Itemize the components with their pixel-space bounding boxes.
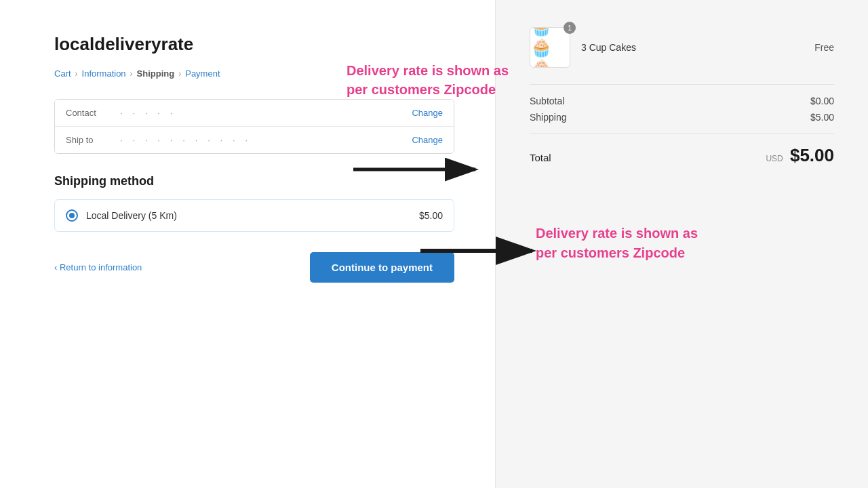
breadcrumb-shipping[interactable]: Shipping — [137, 68, 175, 79]
store-title: localdeliveryrate — [54, 34, 454, 55]
contact-change[interactable]: Change — [412, 108, 443, 118]
contact-label: Contact — [66, 108, 120, 118]
ship-to-label: Ship to — [66, 135, 120, 145]
breadcrumb: Cart › Information › Shipping › Payment — [54, 68, 454, 79]
shipping-option[interactable]: Local Delivery (5 Km) $5.00 — [54, 199, 454, 232]
radio-dot-inner — [69, 213, 75, 218]
subtotal-row: Subtotal $0.00 — [530, 96, 834, 106]
subtotal-value: $0.00 — [810, 96, 834, 106]
divider-2 — [530, 134, 834, 134]
ship-to-change[interactable]: Change — [412, 135, 443, 145]
product-price: Free — [814, 42, 834, 53]
right-panel: 🧁🧁🧁 1 3 Cup Cakes Free Subtotal $0.00 Sh… — [495, 0, 868, 488]
divider-1 — [530, 84, 834, 85]
breadcrumb-sep-2: › — [130, 69, 133, 79]
product-image: 🧁🧁🧁 — [530, 27, 570, 68]
total-row: Total USD $5.00 — [530, 145, 834, 166]
shipping-option-price: $5.00 — [419, 210, 443, 221]
return-to-information-link[interactable]: Return to information — [54, 262, 142, 272]
info-box: Contact · · · · · Change Ship to · · · ·… — [54, 99, 454, 154]
breadcrumb-sep-1: › — [75, 69, 78, 79]
breadcrumb-sep-3: › — [178, 69, 181, 79]
contact-row: Contact · · · · · Change — [55, 100, 454, 126]
product-image-wrap: 🧁🧁🧁 1 — [530, 27, 570, 68]
breadcrumb-cart[interactable]: Cart — [54, 68, 71, 79]
continue-to-payment-button[interactable]: Continue to payment — [310, 252, 454, 283]
product-quantity-badge: 1 — [564, 22, 576, 34]
radio-button[interactable] — [66, 209, 78, 222]
shipping-method-title: Shipping method — [54, 174, 454, 188]
product-row: 🧁🧁🧁 1 3 Cup Cakes Free — [530, 27, 834, 68]
actions-bar: Return to information Continue to paymen… — [54, 252, 454, 283]
total-amount-wrap: USD $5.00 — [766, 145, 834, 166]
total-value: $5.00 — [790, 145, 834, 165]
shipping-row: Shipping $5.00 — [530, 112, 834, 123]
contact-value: · · · · · — [120, 108, 412, 118]
left-panel: localdeliveryrate Cart › Information › S… — [0, 0, 495, 488]
product-name: 3 Cup Cakes — [581, 42, 804, 53]
shipping-option-label: Local Delivery (5 Km) — [86, 210, 411, 221]
shipping-label: Shipping — [530, 112, 567, 123]
total-label: Total — [530, 152, 551, 163]
shipping-value: $5.00 — [810, 112, 834, 123]
total-currency: USD — [766, 154, 783, 163]
ship-to-row: Ship to · · · · · · · · · · · Change — [55, 126, 454, 153]
ship-to-value: · · · · · · · · · · · — [120, 135, 412, 145]
subtotal-label: Subtotal — [530, 96, 564, 106]
breadcrumb-information[interactable]: Information — [82, 68, 126, 79]
breadcrumb-payment[interactable]: Payment — [185, 68, 220, 79]
